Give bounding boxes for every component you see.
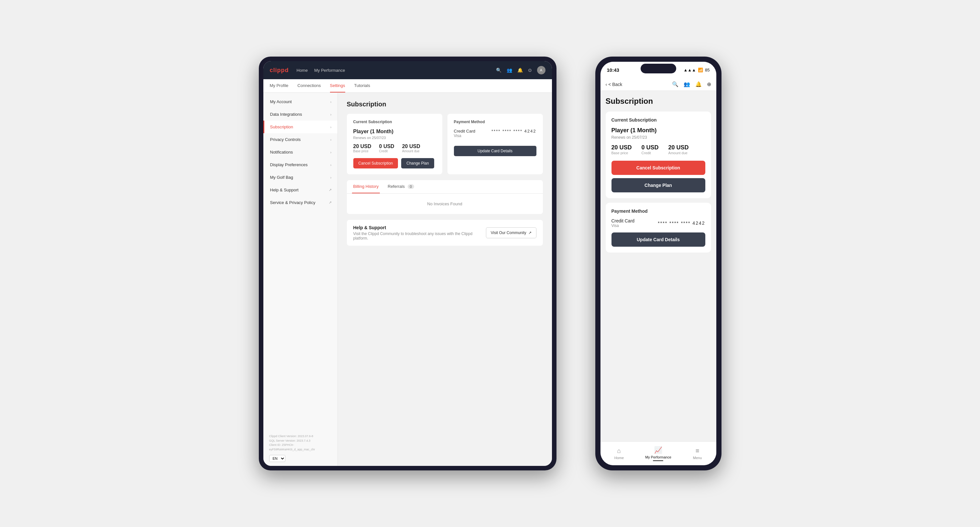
subnav-my-profile[interactable]: My Profile: [270, 79, 289, 92]
battery-icon: 85: [705, 68, 710, 72]
phone-nav-performance[interactable]: 📈 My Performance: [645, 446, 671, 461]
phone-payment-type: Credit Card: [611, 218, 635, 224]
sidebar-item-display-preferences[interactable]: Display Preferences ›: [263, 159, 337, 171]
add-icon[interactable]: ⊕: [707, 81, 711, 87]
tablet-device: clippd Home My Performance 🔍 👥 🔔 ⊙ A My …: [259, 57, 557, 470]
amount-due: 20 USD Amount due: [402, 144, 420, 153]
phone-nav-menu[interactable]: ≡ Menu: [686, 447, 709, 460]
amount-due-label: Amount due: [402, 149, 420, 153]
subnav-settings[interactable]: Settings: [330, 79, 345, 92]
tablet-subnav: My Profile Connections Settings Tutorial…: [263, 79, 552, 93]
chevron-icon: ›: [330, 176, 332, 179]
sidebar-item-help[interactable]: Help & Support ↗: [263, 184, 337, 196]
sidebar-footer: Clippd Client Version: 2023.07.6-8 GQL S…: [263, 430, 337, 466]
payment-brand: Visa: [454, 133, 475, 138]
avatar[interactable]: A: [537, 66, 546, 75]
payment-method-title: Payment Method: [454, 120, 536, 124]
sidebar-version-info: Clippd Client Version: 2023.07.6-8 GQL S…: [269, 434, 332, 452]
subscription-action-buttons: Cancel Subscription Change Plan: [353, 158, 436, 168]
signal-icon: ▲▲▲: [683, 68, 696, 72]
phone-time: 10:43: [607, 67, 619, 73]
tablet-screen: clippd Home My Performance 🔍 👥 🔔 ⊙ A My …: [263, 61, 552, 466]
chevron-icon: ›: [330, 138, 332, 141]
base-price-label: Base price: [353, 149, 371, 153]
sidebar-language-selector[interactable]: EN: [269, 455, 332, 462]
base-price: 20 USD Base price: [353, 144, 371, 153]
search-icon[interactable]: 🔍: [496, 68, 501, 73]
tablet-body: My Account › Data Integrations › Subscri…: [263, 93, 552, 466]
phone-content: Subscription Current Subscription Player…: [600, 91, 716, 441]
phone-base-price-value: 20 USD: [611, 144, 632, 151]
language-select[interactable]: EN: [269, 455, 285, 462]
phone-payment-brand: Visa: [611, 224, 635, 228]
tab-referrals[interactable]: Referrals 0: [386, 180, 415, 193]
billing-empty-message: No Invoices Found: [347, 194, 543, 214]
phone-update-card-button[interactable]: Update Card Details: [611, 232, 705, 247]
phone-header-icons: 🔍 👥 🔔 ⊕: [672, 81, 711, 87]
external-link-icon: ↗: [329, 188, 332, 192]
help-support-info: Help & Support Visit the Clippd Communit…: [353, 225, 486, 241]
bell-icon[interactable]: 🔔: [517, 68, 523, 73]
sidebar-item-account[interactable]: My Account ›: [263, 95, 337, 108]
search-icon[interactable]: 🔍: [672, 81, 678, 87]
tablet-main-content: Subscription Current Subscription Player…: [338, 93, 552, 466]
users-icon[interactable]: 👥: [507, 68, 512, 73]
tablet-nav-home[interactable]: Home: [297, 68, 308, 73]
bell-icon[interactable]: 🔔: [695, 81, 702, 87]
tab-billing-history[interactable]: Billing History: [352, 180, 380, 193]
phone-credit-value: 0 USD: [641, 144, 659, 151]
change-plan-button[interactable]: Change Plan: [401, 158, 434, 168]
phone-amount-due: 20 USD Amount due: [668, 144, 689, 155]
subnav-connections[interactable]: Connections: [298, 79, 321, 92]
sidebar-item-notifications[interactable]: Notifications ›: [263, 146, 337, 159]
sidebar-item-data-integrations[interactable]: Data Integrations ›: [263, 108, 337, 121]
external-link-icon: ↗: [329, 200, 332, 205]
phone-payment-row: Credit Card Visa **** **** **** 4242: [611, 218, 705, 228]
tablet-navbar: clippd Home My Performance 🔍 👥 🔔 ⊙ A: [263, 61, 552, 79]
phone-change-plan-button[interactable]: Change Plan: [611, 178, 705, 192]
tablet-nav-links: Home My Performance: [297, 68, 488, 73]
phone-credit-label: Credit: [641, 151, 659, 155]
settings-icon[interactable]: ⊙: [528, 68, 532, 73]
subnav-tutorials[interactable]: Tutorials: [354, 79, 370, 92]
wifi-icon: 📶: [698, 68, 703, 72]
phone-bottom-nav: ⌂ Home 📈 My Performance ≡ Menu: [600, 441, 716, 465]
subscription-cards-row: Current Subscription Player (1 Month) Re…: [347, 114, 543, 174]
phone-base-price: 20 USD Base price: [611, 144, 632, 155]
payment-method-info: Credit Card Visa: [454, 129, 475, 138]
phone-current-subscription-title: Current Subscription: [611, 117, 705, 122]
sidebar-item-privacy-controls[interactable]: Privacy Controls ›: [263, 133, 337, 146]
tablet-logo: clippd: [270, 67, 289, 74]
subscription-amounts: 20 USD Base price 0 USD Credit 20 USD Am…: [353, 144, 436, 153]
cancel-subscription-button[interactable]: Cancel Subscription: [353, 158, 398, 168]
phone-nav-home-label: Home: [614, 456, 624, 460]
phone-screen: 10:43 ▲▲▲ 📶 85 ‹ < Back 🔍 👥 🔔 ⊕ Subscrip…: [600, 62, 716, 465]
back-button[interactable]: ‹ < Back: [606, 82, 622, 87]
users-icon[interactable]: 👥: [684, 81, 690, 87]
phone-base-price-label: Base price: [611, 151, 632, 155]
phone-cancel-subscription-button[interactable]: Cancel Subscription: [611, 161, 705, 175]
chevron-icon: ›: [330, 150, 332, 154]
payment-method-card: Payment Method Credit Card Visa **** ***…: [447, 114, 543, 174]
tablet-nav-performance[interactable]: My Performance: [314, 68, 345, 73]
phone-nav-home[interactable]: ⌂ Home: [608, 447, 630, 460]
phone-device: 10:43 ▲▲▲ 📶 85 ‹ < Back 🔍 👥 🔔 ⊕ Subscrip…: [595, 57, 721, 470]
active-nav-indicator: [653, 460, 663, 461]
visit-community-button[interactable]: Visit Our Community ↗: [486, 227, 536, 238]
help-support-description: Visit the Clippd Community to troublesho…: [353, 232, 486, 241]
sidebar-item-golf-bag[interactable]: My Golf Bag ›: [263, 171, 337, 184]
performance-icon: 📈: [654, 446, 662, 454]
credit: 0 USD Credit: [379, 144, 395, 153]
phone-amount-due-label: Amount due: [668, 151, 689, 155]
sidebar-item-subscription[interactable]: Subscription ›: [263, 121, 337, 133]
payment-method-row: Credit Card Visa **** **** **** 4242: [454, 129, 536, 138]
phone-status-icons: ▲▲▲ 📶 85: [683, 68, 710, 72]
phone-header: ‹ < Back 🔍 👥 🔔 ⊕: [600, 78, 716, 91]
current-subscription-card: Current Subscription Player (1 Month) Re…: [347, 114, 442, 174]
chevron-icon: ›: [330, 125, 332, 129]
chevron-icon: ›: [330, 113, 332, 116]
home-icon: ⌂: [617, 447, 621, 455]
update-card-button[interactable]: Update Card Details: [454, 146, 536, 156]
billing-card: Billing History Referrals 0 No Invoices …: [347, 180, 543, 214]
sidebar-item-service-privacy[interactable]: Service & Privacy Policy ↗: [263, 196, 337, 209]
